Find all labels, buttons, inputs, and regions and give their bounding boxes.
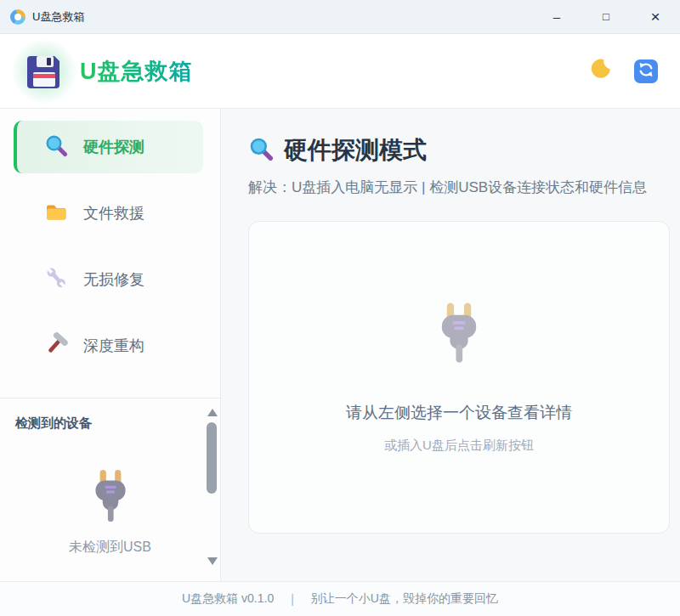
refresh-icon [637, 60, 655, 82]
sidebar: 硬件探测 文件救援 [0, 109, 221, 581]
scrollbar-down-arrow-icon[interactable] [207, 557, 218, 565]
sidebar-item-hardware-detect[interactable]: 硬件探测 [14, 121, 203, 173]
sidebar-item-label: 硬件探测 [83, 137, 144, 157]
window-controls: – □ × [532, 0, 680, 33]
app-title: U盘急救箱 [80, 56, 193, 87]
empty-state-primary-text: 请从左侧选择一个设备查看详情 [346, 402, 572, 424]
folder-icon [44, 200, 68, 228]
device-empty-state: 未检测到USB [0, 432, 220, 557]
scrollbar-thumb[interactable] [207, 422, 217, 494]
wrench-icon [44, 266, 68, 294]
device-list-section: 检测到的设备 未检测到USB [0, 398, 220, 568]
status-bar: U盘急救箱 v0.1.0 | 别让一个小U盘，毁掉你的重要回忆 [0, 581, 680, 616]
plug-icon [82, 432, 139, 527]
refresh-button[interactable] [634, 59, 658, 83]
floppy-disk-icon [24, 51, 65, 92]
sidebar-nav: 硬件探测 文件救援 [0, 109, 220, 398]
titlebar: U盘急救箱 – □ × [0, 0, 680, 34]
app-taskbar-icon [10, 9, 26, 25]
sidebar-item-label: 深度重构 [83, 336, 144, 356]
device-list-header: 检测到的设备 [0, 398, 220, 432]
sidebar-item-deep-rebuild[interactable]: 深度重构 [14, 319, 203, 372]
app-version: U盘急救箱 v0.1.0 [182, 591, 274, 607]
window-title: U盘急救箱 [32, 9, 84, 25]
device-detail-placeholder-card: 请从左侧选择一个设备查看详情 或插入U盘后点击刷新按钮 [248, 221, 670, 534]
footer-slogan: 别让一个小U盘，毁掉你的重要回忆 [311, 591, 498, 607]
sidebar-item-label: 无损修复 [83, 269, 144, 290]
app-body: 硬件探测 文件救援 [0, 109, 680, 581]
plug-icon [427, 300, 491, 368]
app-header: U盘急救箱 [0, 34, 680, 109]
theme-toggle-button[interactable] [590, 59, 612, 83]
sidebar-item-file-rescue[interactable]: 文件救援 [14, 187, 203, 240]
magnifier-icon [248, 136, 274, 165]
minimize-button[interactable]: – [532, 0, 581, 33]
maximize-button[interactable]: □ [581, 0, 631, 33]
magnifier-icon [44, 133, 68, 161]
moon-icon [590, 59, 612, 83]
close-button[interactable]: × [631, 0, 680, 33]
page-title: 硬件探测模式 [284, 134, 427, 167]
page-subtitle: 解决：U盘插入电脑无显示 | 检测USB设备连接状态和硬件信息 [248, 177, 670, 199]
footer-separator: | [291, 592, 294, 606]
empty-state-secondary-text: 或插入U盘后点击刷新按钮 [384, 438, 534, 454]
hammer-icon [44, 332, 68, 360]
sidebar-item-label: 文件救援 [83, 203, 144, 223]
main-content: 硬件探测模式 解决：U盘插入电脑无显示 | 检测USB设备连接状态和硬件信息 请… [221, 109, 680, 581]
no-device-text: 未检测到USB [69, 539, 151, 557]
sidebar-item-lossless-repair[interactable]: 无损修复 [14, 253, 203, 306]
device-list-scrollbar[interactable] [206, 405, 218, 565]
scrollbar-up-arrow-icon[interactable] [207, 409, 218, 416]
